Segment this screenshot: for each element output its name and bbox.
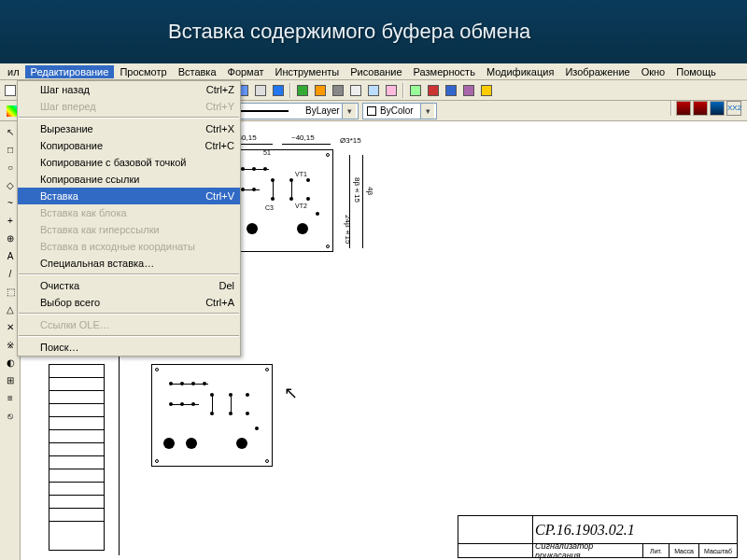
menu-item-копирование-ссылки[interactable]: Копирование ссылки <box>18 171 240 188</box>
dim-text: 8β±15 <box>353 177 361 203</box>
revision-table <box>49 364 105 551</box>
menu-ил[interactable]: ил <box>2 65 25 78</box>
tool-button[interactable]: ≡ <box>2 389 19 406</box>
menu-item-вставка[interactable]: ВставкаCtrl+V <box>18 188 240 204</box>
menu-item-вставка-в-исходные-координаты: Вставка в исходные координаты <box>18 238 240 255</box>
tb-lit: Лит. <box>643 544 669 557</box>
drawing-caption: Сигнализатор прикасания <box>533 544 643 557</box>
swatch-red2[interactable] <box>693 101 708 116</box>
props-button[interactable] <box>252 82 269 99</box>
menu-item-label: Шаг назад <box>40 84 90 95</box>
menu-item-поиск…[interactable]: Поиск… <box>18 339 240 356</box>
lineweight-combo[interactable]: ByLayer <box>228 103 359 119</box>
pencil-icon <box>428 85 439 96</box>
sheet-icon <box>350 85 361 96</box>
layers-button[interactable] <box>365 82 382 99</box>
menu-формат[interactable]: Формат <box>222 65 270 78</box>
comp-vt2: VT2 <box>295 203 307 209</box>
menu-item-label: Очистка <box>40 280 79 291</box>
menu-item-label: Вставка <box>40 190 78 202</box>
swatch-red[interactable] <box>676 101 691 116</box>
menu-separator <box>19 117 239 119</box>
tool-button[interactable]: ⎋ <box>2 407 19 424</box>
weight-preview <box>233 110 289 112</box>
tb-scale: Масштаб <box>699 544 737 557</box>
menu-item-шаг-назад[interactable]: Шаг назадCtrl+Z <box>18 81 240 98</box>
menu-item-label: Шаг вперед <box>40 101 96 112</box>
menu-bar: илРедактированиеПросмотрВставкаФорматИнс… <box>0 63 747 80</box>
slide-title: Вставка содержимого буфера обмена <box>168 20 530 44</box>
dim-line <box>282 144 331 145</box>
menu-просмотр[interactable]: Просмотр <box>114 65 172 78</box>
color-text: ByColor <box>380 105 414 116</box>
drawing-frame <box>119 331 120 555</box>
menu-item-label: Вырезание <box>40 123 93 134</box>
paste-cursor-icon: ↖ <box>284 383 298 403</box>
menu-separator <box>19 273 239 275</box>
help-icon <box>410 85 421 96</box>
separator <box>670 101 672 116</box>
globe-button[interactable] <box>294 82 311 99</box>
menu-item-shortcut: Ctrl+V <box>187 190 234 202</box>
menu-item-шаг-вперед: Шаг впередCtrl+Y <box>18 98 240 115</box>
menu-размерность[interactable]: Размерность <box>408 65 481 78</box>
menu-item-shortcut: Ctrl+A <box>187 297 234 308</box>
dim-line-v <box>362 155 363 248</box>
lock-button[interactable] <box>460 82 477 99</box>
menu-item-shortcut: Ctrl+Z <box>188 84 234 95</box>
menu-item-shortcut: Ctrl+Y <box>187 101 234 112</box>
plot-button[interactable] <box>383 82 400 99</box>
menu-item-shortcut: Del <box>200 280 234 291</box>
menu-редактирование[interactable]: Редактирование <box>25 65 115 78</box>
separator <box>289 83 291 98</box>
menu-item-копирование[interactable]: КопированиеCtrl+C <box>18 137 240 154</box>
separator <box>402 83 404 98</box>
find-button[interactable] <box>312 82 329 99</box>
help-button[interactable] <box>407 82 424 99</box>
dim-text: ~40,15 <box>291 133 315 142</box>
menu-item-выбор-всего[interactable]: Выбор всегоCtrl+A <box>18 294 240 311</box>
camera-button[interactable] <box>330 82 346 99</box>
menu-item-вырезание[interactable]: ВырезаниеCtrl+X <box>18 120 240 137</box>
menu-item-shortcut: Ctrl+X <box>187 123 234 134</box>
lock-icon <box>463 85 474 96</box>
brush-button[interactable] <box>443 82 459 99</box>
menu-помощь[interactable]: Помощь <box>670 65 722 78</box>
color-combo[interactable]: ByColor <box>362 103 437 119</box>
menu-item-label: Поиск… <box>40 342 78 353</box>
right-swatches: XX2 <box>669 101 741 116</box>
menu-вставка[interactable]: Вставка <box>173 65 222 78</box>
star-button[interactable] <box>478 82 495 99</box>
a-blue-button[interactable] <box>270 82 287 99</box>
edit-menu-dropdown: Шаг назадCtrl+ZШаг впередCtrl+YВырезание… <box>17 80 241 357</box>
pencil-button[interactable] <box>425 82 442 99</box>
menu-item-label: Копирование <box>40 140 103 151</box>
find-icon <box>315 85 326 96</box>
color-swatch <box>367 106 376 116</box>
menu-item-label: Копирование с базовой точкой <box>40 157 187 168</box>
menu-изображение[interactable]: Изображение <box>559 65 635 78</box>
menu-item-специальная-вставка…[interactable]: Специальная вставка… <box>18 255 240 272</box>
sheet-button[interactable] <box>347 82 364 99</box>
dim-51: 51 <box>263 149 271 156</box>
slide-title-bar: Вставка содержимого буфера обмена <box>0 0 747 63</box>
menu-item-label: Вставка как гиперссылки <box>40 224 160 235</box>
dim-text: 24β±15 <box>344 215 352 244</box>
menu-item-label: Специальная вставка… <box>40 258 154 269</box>
menu-модификация[interactable]: Модификация <box>481 65 560 78</box>
menu-item-label: Копирование ссылки <box>40 174 139 185</box>
title-block: СР.16.1903.02.1 Сигнализатор прикасания … <box>458 515 738 558</box>
tool-button[interactable]: ⊞ <box>2 371 19 388</box>
menu-инструменты[interactable]: Инструменты <box>270 65 345 78</box>
menu-separator <box>19 335 239 337</box>
a-blue-icon <box>273 85 284 96</box>
xx2-button[interactable]: XX2 <box>726 101 741 116</box>
drawing-number: СР.16.1903.02.1 <box>533 516 737 543</box>
menu-рисование[interactable]: Рисование <box>345 65 407 78</box>
menu-item-вставка-как-гиперссылки: Вставка как гиперссылки <box>18 221 240 238</box>
swatch-blue[interactable] <box>710 101 725 116</box>
camera-icon <box>332 85 344 96</box>
menu-item-очистка[interactable]: ОчисткаDel <box>18 277 240 294</box>
menu-item-копирование-с-базовой-точкой[interactable]: Копирование с базовой точкой <box>18 154 240 171</box>
menu-окно[interactable]: Окно <box>636 65 671 78</box>
